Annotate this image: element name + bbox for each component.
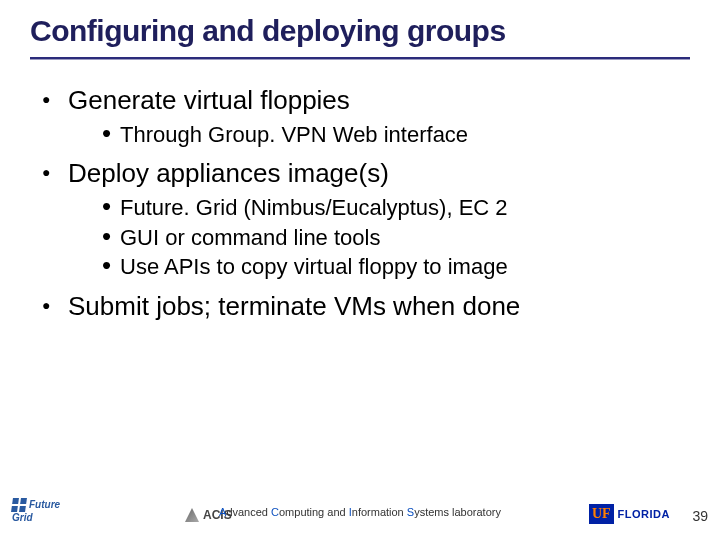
bullet-text: Submit jobs; terminate VMs when done — [68, 291, 520, 321]
uf-logo: UF FLORIDA — [589, 504, 670, 524]
acis-c: C — [271, 506, 279, 518]
acis-omputing: omputing and — [279, 506, 349, 518]
uf-word: FLORIDA — [618, 508, 670, 520]
slide: Configuring and deploying groups Generat… — [0, 0, 720, 540]
bullet-item: Deploy appliances image(s) Future. Grid … — [42, 155, 678, 282]
acis-ystems: ystems laboratory — [414, 506, 501, 518]
slide-body: Generate virtual floppies Through Group.… — [42, 82, 678, 328]
acis-nformation: nformation — [352, 506, 407, 518]
bullet-text: Deploy appliances image(s) — [68, 158, 389, 188]
sub-bullet-text: Through Group. VPN Web interface — [120, 122, 468, 147]
title-underline — [30, 57, 690, 60]
sub-bullet-text: Future. Grid (Nimbus/Eucalyptus), EC 2 — [120, 195, 508, 220]
sub-bullet-item: Future. Grid (Nimbus/Eucalyptus), EC 2 — [102, 193, 678, 223]
bullet-text: Generate virtual floppies — [68, 85, 350, 115]
acis-dvanced: dvanced — [226, 506, 271, 518]
bullet-list: Generate virtual floppies Through Group.… — [42, 82, 678, 326]
sub-bullet-item: Use APIs to copy virtual floppy to image — [102, 252, 678, 282]
page-number: 39 — [692, 508, 708, 524]
sub-bullet-item: Through Group. VPN Web interface — [102, 120, 678, 150]
bullet-item: Submit jobs; terminate VMs when done — [42, 288, 678, 326]
sub-bullet-text: Use APIs to copy virtual floppy to image — [120, 254, 508, 279]
uf-monogram: UF — [589, 504, 614, 524]
sub-bullet-item: GUI or command line tools — [102, 223, 678, 253]
bullet-item: Generate virtual floppies Through Group.… — [42, 82, 678, 149]
sub-bullet-list: Future. Grid (Nimbus/Eucalyptus), EC 2 G… — [68, 193, 678, 282]
sub-bullet-text: GUI or command line tools — [120, 225, 380, 250]
footer: Future Grid ACIS Advanced Computing and … — [0, 492, 720, 532]
sub-bullet-list: Through Group. VPN Web interface — [68, 120, 678, 150]
slide-title: Configuring and deploying groups — [30, 14, 690, 48]
